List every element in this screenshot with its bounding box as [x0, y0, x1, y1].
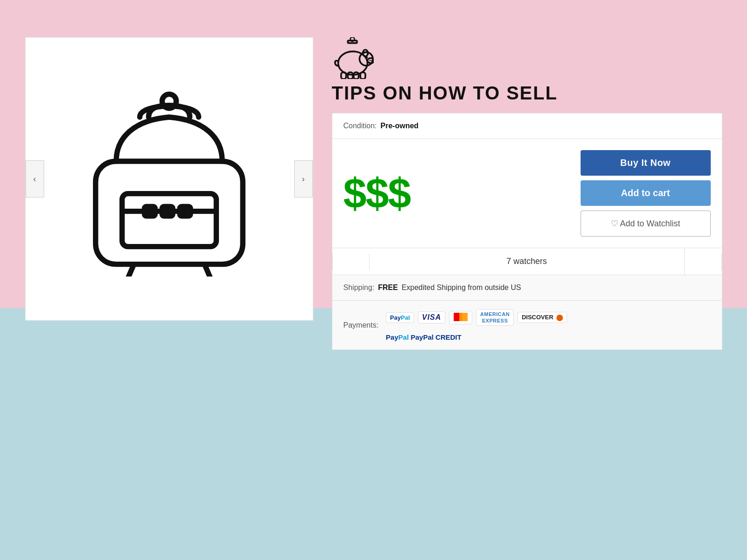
- svg-point-7: [350, 37, 354, 41]
- shipping-detail: Expedited Shipping from outside US: [402, 283, 521, 292]
- payments-label: Payments:: [344, 321, 379, 329]
- add-to-cart-button[interactable]: Add to cart: [581, 180, 711, 206]
- svg-rect-18: [360, 72, 365, 79]
- svg-point-12: [371, 60, 372, 61]
- buy-now-button[interactable]: Buy It Now: [581, 150, 711, 176]
- watchers-right-spacer: [685, 253, 722, 270]
- svg-point-11: [369, 60, 370, 61]
- watchers-left-spacer: [332, 253, 370, 270]
- svg-rect-15: [341, 72, 346, 79]
- shipping-row: Shipping: FREE Expedited Shipping from o…: [332, 275, 722, 301]
- visa-badge: VISA: [418, 311, 445, 323]
- discover-badge: DISCOVER: [517, 312, 567, 323]
- condition-row: Condition: Pre-owned: [332, 113, 722, 139]
- condition-label: Condition:: [344, 122, 377, 130]
- payment-cards-row: PayPal VISA: [386, 309, 567, 326]
- main-container: ‹: [25, 37, 722, 350]
- paypal-credit-logo: PayPal PayPal CREDIT: [386, 333, 567, 341]
- condition-value: Pre-owned: [381, 122, 419, 130]
- price-actions-row: $$$ Buy It Now Add to cart ♡ Add to Watc…: [332, 139, 722, 248]
- paypal-badge: PayPal: [386, 312, 414, 323]
- store-logo: [332, 37, 374, 79]
- action-buttons: Buy It Now Add to cart ♡ Add to Watchlis…: [581, 150, 711, 237]
- watchers-text: watchers: [514, 257, 547, 266]
- product-image: [67, 72, 271, 286]
- shipping-label: Shipping:: [344, 283, 375, 292]
- shipping-free-label: FREE: [378, 283, 398, 292]
- svg-rect-16: [348, 72, 353, 79]
- add-to-watchlist-button[interactable]: ♡ Add to Watchlist: [581, 211, 711, 237]
- payments-logos: PayPal VISA: [386, 309, 567, 341]
- store-header: TIPS ON HOW TO SELL: [332, 37, 722, 113]
- svg-rect-1: [122, 194, 216, 247]
- payments-row: Payments: PayPal VISA: [332, 301, 722, 349]
- watchers-count-cell: 7 watchers: [370, 248, 685, 275]
- product-detail-card: Condition: Pre-owned $$$ Buy It Now Add …: [332, 113, 722, 350]
- prev-image-button[interactable]: ‹: [26, 160, 44, 198]
- store-title: TIPS ON HOW TO SELL: [332, 83, 558, 104]
- watchers-row: 7 watchers: [332, 248, 722, 275]
- product-image-section: ‹: [25, 37, 313, 321]
- svg-rect-17: [353, 72, 358, 79]
- piggy-bank-icon: [332, 37, 374, 79]
- next-image-button[interactable]: ›: [294, 160, 313, 198]
- watchers-number: 7: [506, 257, 511, 266]
- mastercard-badge: [449, 311, 472, 324]
- price-display: $$$: [344, 172, 562, 214]
- info-section: TIPS ON HOW TO SELL Condition: Pre-owned…: [332, 37, 722, 350]
- amex-badge: AMERICANEXPRESS: [476, 309, 514, 326]
